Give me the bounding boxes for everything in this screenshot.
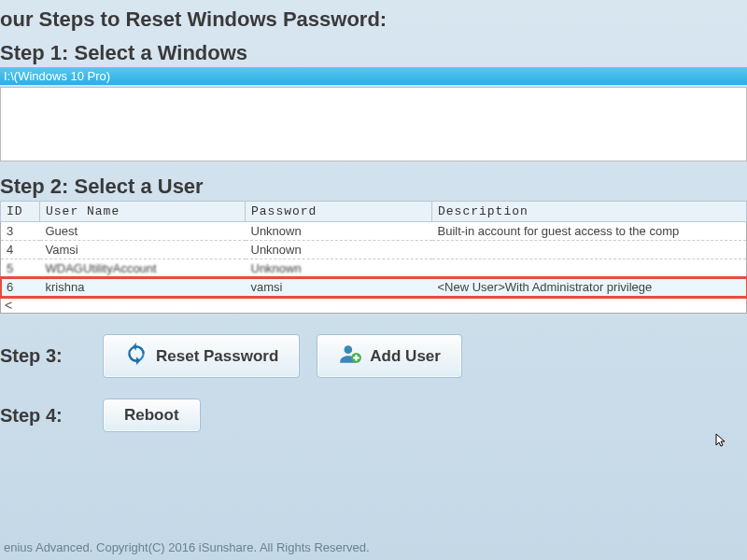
user-table[interactable]: ID User Name Password Description 3 Gues… [0,201,747,297]
scroll-left-hint[interactable]: < [0,297,747,314]
table-row[interactable]: 4 Vamsi Unknown [1,241,747,259]
step3-label: Step 3: [0,345,86,367]
table-row-selected[interactable]: 6 krishna vamsi <New User>With Administr… [1,278,747,297]
step1-title: Step 1: Select a Windows [0,41,747,65]
col-description[interactable]: Description [432,202,747,222]
windows-panel [0,87,747,161]
col-id[interactable]: ID [1,202,40,222]
refresh-icon [124,342,148,371]
add-user-label: Add User [370,347,441,366]
add-user-button[interactable]: Add User [317,334,462,378]
cursor-icon [715,433,730,448]
windows-select[interactable]: I:\(Windows 10 Pro) [0,67,747,85]
reboot-button[interactable]: Reboot [103,399,201,432]
add-user-icon [338,342,362,371]
footer-copyright: enius Advanced. Copyright(C) 2016 iSunsh… [4,540,370,554]
reboot-label: Reboot [124,406,179,425]
step2-title: Step 2: Select a User [0,175,747,199]
table-row[interactable]: 5 WDAGUtilityAccount Unknown [1,259,747,278]
col-password[interactable]: Password [246,202,432,222]
col-user[interactable]: User Name [40,202,246,222]
reset-password-label: Reset Password [156,347,278,366]
svg-point-0 [345,345,353,354]
step4-label: Step 4: [0,405,86,427]
main-title: our Steps to Reset Windows Password: [0,0,747,35]
table-row[interactable]: 3 Guest Unknown Built-in account for gue… [1,222,747,241]
reset-password-button[interactable]: Reset Password [103,334,300,378]
table-header-row: ID User Name Password Description [1,202,747,222]
